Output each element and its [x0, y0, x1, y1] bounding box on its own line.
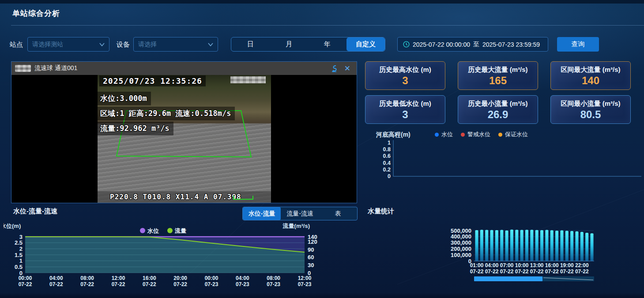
svg-text:100,000: 100,000: [451, 252, 471, 258]
stat-card-grid: 历史最高水位 (m)3历史最大流量 (m³/s)165区间最大流量 (m³/s)…: [365, 61, 631, 124]
svg-text:07-22: 07-22: [530, 268, 544, 275]
station-placeholder: 请选择测站: [32, 41, 63, 48]
blurred-station-name: [15, 65, 31, 72]
chevron-down-icon: [208, 43, 213, 46]
station-label: 站点: [10, 37, 23, 52]
svg-text:0.6: 0.6: [383, 153, 391, 159]
video-timestamp: 2025/07/23 12:35:26: [99, 75, 206, 86]
query-button[interactable]: 查询: [557, 37, 599, 52]
blurred-watermark: [230, 76, 266, 83]
svg-text:07-22: 07-22: [515, 268, 529, 275]
date-start: 2025-07-22 00:00:00: [413, 41, 470, 48]
date-separator: 至: [473, 41, 479, 48]
svg-text:07:00: 07:00: [500, 262, 514, 268]
volume-bars: [475, 230, 594, 261]
tab-水位-流量[interactable]: 水位-流量: [243, 207, 281, 220]
stat-card: 区间最大流量 (m³/s)140: [550, 61, 631, 90]
svg-text:16:00: 16:00: [545, 262, 559, 268]
svg-text:07-22: 07-22: [560, 268, 574, 275]
title-divider: [11, 25, 644, 26]
water-volume-chart: 500,000400,000300,000200,000100,000001:0…: [422, 222, 644, 298]
page-title: 单站综合分析: [12, 8, 60, 19]
svg-text:水位(m): 水位(m): [4, 223, 21, 229]
stat-card-value: 140: [551, 74, 630, 87]
volume-panel-title: 水量统计: [368, 207, 394, 216]
stat-card-label: 历史最高水位 (m): [365, 66, 445, 74]
stat-card-value: 3: [365, 108, 445, 121]
stat-card-label: 历史最大流量 (m³/s): [458, 66, 538, 74]
stat-card: 历史最大流量 (m³/s)165: [458, 61, 538, 90]
period-option-日[interactable]: 日: [231, 37, 270, 51]
video-header: 流速球 通道001 ✕: [11, 62, 357, 75]
svg-text:08:00: 08:00: [267, 275, 280, 281]
svg-text:200,000: 200,000: [451, 246, 471, 252]
date-range-picker[interactable]: 2025-07-22 00:00:00 至 2025-07-23 23:59:5…: [397, 37, 548, 52]
svg-text:400,000: 400,000: [451, 233, 471, 240]
video-panel: 2025/07/23 12:35:26 水位:3.000m 区域:1 距高:29…: [11, 61, 357, 203]
single-station-analysis-page: 单站综合分析 站点 请选择测站 设备 请选择 日月年自定义 2025-07-22…: [0, 0, 644, 298]
discharge-osd: 流量:92.962 m³/s: [98, 122, 173, 135]
stat-card-label: 区间最大流量 (m³/s): [551, 66, 630, 74]
tab-表[interactable]: 表: [319, 207, 357, 220]
period-option-自定义[interactable]: 自定义: [346, 37, 385, 51]
water-level-osd: 水位:3.000m: [98, 92, 151, 105]
scale-marker: [233, 196, 253, 200]
riverbed-axes: 10.80.60.40.20: [383, 140, 641, 179]
svg-text:1: 1: [388, 140, 391, 146]
chart-legend: 水位流量: [140, 227, 186, 234]
svg-text:0.4: 0.4: [383, 160, 391, 166]
svg-text:300,000: 300,000: [451, 239, 471, 246]
svg-text:0.2: 0.2: [383, 167, 391, 173]
stat-card-value: 165: [458, 74, 538, 87]
legend-dot: [435, 133, 439, 137]
device-select[interactable]: 请选择: [133, 37, 218, 52]
stat-card: 区间最小流量 (m³/s)80.5: [550, 95, 631, 124]
svg-text:07-22: 07-22: [470, 268, 484, 275]
svg-text:水位: 水位: [147, 227, 159, 234]
svg-text:07-22: 07-22: [49, 281, 63, 287]
stat-card-label: 历史最低水位 (m): [365, 100, 445, 108]
svg-text:07-22: 07-22: [112, 281, 125, 287]
svg-text:07-22: 07-22: [80, 281, 94, 287]
svg-text:30: 30: [308, 262, 314, 268]
stage-flow-chart: 水位(m)流量(m³/s)32.521.510.5014012090603000…: [4, 222, 358, 292]
stat-card-label: 区间最小流量 (m³/s): [551, 100, 630, 108]
svg-text:07-22: 07-22: [173, 281, 187, 287]
period-segmented-control: 日月年自定义: [231, 37, 385, 52]
svg-text:流量: 流量: [174, 227, 186, 234]
legend-dot: [461, 133, 465, 137]
svg-text:16:00: 16:00: [143, 275, 156, 281]
device-label: 设备: [117, 37, 130, 52]
date-end: 2025-07-23 23:59:59: [482, 41, 540, 48]
y-axis-labels: 500,000400,000300,000200,000100,0000: [451, 227, 471, 264]
svg-text:12:00: 12:00: [112, 275, 125, 281]
close-icon[interactable]: ✕: [344, 65, 350, 72]
stream-switch-icon[interactable]: [330, 64, 338, 72]
video-title: 流速球 通道001: [34, 64, 77, 72]
svg-text:12:00: 12:00: [298, 275, 312, 281]
svg-text:01:00: 01:00: [470, 262, 484, 268]
svg-text:10:00: 10:00: [515, 262, 529, 268]
stat-card: 历史最高水位 (m)3: [365, 61, 445, 90]
hydro-tabs: 水位-流量流量-流速表: [242, 207, 358, 220]
datazoom-slider[interactable]: [474, 276, 594, 281]
tab-流量-流速[interactable]: 流量-流速: [281, 207, 319, 220]
video-frame: 2025/07/23 12:35:26 水位:3.000m 区域:1 距高:29…: [98, 75, 271, 203]
chevron-down-icon: [99, 43, 105, 46]
video-measurements: 水位:3.000m 区域:1 距高:29.6m 流速:0.518m/s 流量:9…: [98, 92, 235, 137]
x-axis-labels: 01:0007-2204:0007-2207:0007-2210:0007-22…: [470, 262, 589, 275]
station-select[interactable]: 请选择测站: [27, 37, 109, 52]
svg-text:07-23: 07-23: [298, 281, 312, 287]
svg-text:07-23: 07-23: [236, 281, 249, 287]
period-option-年[interactable]: 年: [308, 37, 346, 51]
svg-text:07-22: 07-22: [143, 281, 156, 287]
svg-text:04:00: 04:00: [485, 262, 499, 268]
svg-text:04:00: 04:00: [49, 275, 63, 281]
svg-text:20:00: 20:00: [173, 275, 187, 281]
svg-text:流量(m³/s): 流量(m³/s): [282, 223, 310, 229]
svg-text:08:00: 08:00: [80, 275, 94, 281]
clock-icon: [403, 41, 410, 48]
svg-text:500,000: 500,000: [451, 227, 471, 234]
period-option-月[interactable]: 月: [270, 37, 308, 51]
stat-card: 历史最低水位 (m)3: [365, 95, 445, 124]
